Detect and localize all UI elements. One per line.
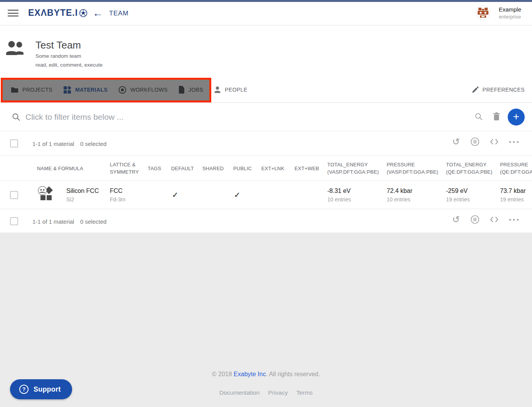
tab-label: PROJECTS — [22, 87, 52, 93]
brand-text: EXΛBYTE.I — [28, 8, 78, 18]
tab-label: MATERIALS — [75, 87, 108, 93]
file-icon — [178, 86, 185, 94]
help-icon: ? — [19, 385, 29, 394]
tab-label: PEOPLE — [225, 87, 247, 93]
select-all-checkbox[interactable] — [10, 217, 18, 225]
filter-bar: + — [0, 103, 532, 131]
team-people-icon — [5, 41, 27, 58]
pause-icon[interactable] — [470, 137, 480, 146]
account-avatar — [476, 5, 490, 20]
property-entries: 10 entries — [387, 196, 446, 203]
footer: © 2018 Exabyte Inc. All rights reserved.… — [0, 233, 532, 407]
property-entries: 10 entries — [327, 196, 387, 203]
filter-input[interactable] — [25, 110, 411, 124]
pause-icon[interactable] — [470, 215, 480, 224]
materials-active-underline — [58, 100, 113, 102]
property-value: -8.31 eV — [327, 188, 387, 194]
material-formula: Si2 — [66, 196, 99, 203]
footer-links: Documentation Privacy Terms — [0, 389, 532, 396]
back-icon[interactable]: ← — [93, 6, 103, 20]
selection-count: 0 selected — [80, 218, 106, 225]
column-header-pressure-qe[interactable]: PRESSURE(QE:DFT:GGA:PBE) — [500, 161, 532, 176]
footer-link-privacy[interactable]: Privacy — [268, 389, 288, 396]
search-button[interactable] — [475, 112, 483, 121]
column-header-total-energy-qe[interactable]: TOTAL_ENERGY(QE:DFT:GGA:PBE) — [446, 161, 500, 176]
preferences-label: PREFERENCES — [483, 87, 525, 93]
preferences-button[interactable]: PREFERENCES — [472, 77, 525, 102]
tab-bar: PROJECTS MATERIALS — [0, 77, 532, 103]
column-header-total-energy-vasp[interactable]: TOTAL_ENERGY(VASP.DFT:GGA:PBE) — [327, 161, 387, 176]
column-header-pressure-vasp[interactable]: PRESSURE(VASP.DFT:GGA:PBE) — [387, 161, 446, 176]
add-button[interactable]: + — [508, 109, 525, 126]
tab-jobs[interactable]: JOBS — [173, 77, 209, 102]
lattice-type: FCC — [110, 188, 148, 194]
app-bar: EXΛBYTE.I ← TEAM — [0, 2, 532, 25]
person-icon — [214, 86, 221, 93]
material-name: Silicon FCC — [66, 188, 99, 194]
refresh-icon[interactable]: ↺ — [452, 215, 460, 224]
more-icon[interactable]: ••• — [509, 139, 520, 145]
more-icon[interactable]: ••• — [509, 216, 520, 223]
symmetry-group: Fd-3m — [110, 196, 148, 203]
property-value: 73.7 kbar — [500, 188, 532, 194]
code-icon[interactable] — [490, 139, 498, 145]
account-name: Example — [499, 6, 521, 13]
column-header-ext-lnk[interactable]: EXT+LNK — [261, 165, 295, 172]
team-name: Test Team — [35, 39, 81, 51]
widgets-icon — [63, 86, 71, 94]
delete-button[interactable] — [493, 112, 500, 121]
account-type: enterprise — [499, 14, 521, 20]
property-entries: 19 entries — [500, 196, 532, 203]
column-header-ext-web[interactable]: EXT+WEB — [295, 165, 327, 172]
tab-people[interactable]: PEOPLE — [209, 77, 253, 102]
column-header-name[interactable]: NAME & FORMULA — [34, 165, 110, 172]
tab-projects[interactable]: PROJECTS — [5, 77, 58, 102]
code-icon[interactable] — [490, 216, 498, 223]
pagination-range: 1-1 of 1 material — [32, 218, 74, 225]
tab-workflows[interactable]: WORKFLOWS — [113, 77, 173, 102]
pencil-icon — [472, 86, 479, 93]
footer-link-terms[interactable]: Terms — [296, 389, 313, 396]
workflow-icon — [118, 86, 126, 94]
team-page: EXΛBYTE.I ← TEAM — [0, 0, 532, 407]
folder-icon — [11, 87, 19, 93]
property-value: 72.4 kbar — [387, 188, 446, 194]
account-menu[interactable]: Example enterprise — [476, 5, 521, 20]
search-icon — [475, 112, 483, 121]
pagination-bar-top: 1-1 of 1 material 0 selected ↺ ••• — [0, 131, 532, 156]
hamburger-menu-icon[interactable] — [8, 10, 19, 17]
column-header-lattice[interactable]: LATTICE &SYMMETRY — [110, 161, 148, 176]
select-all-checkbox[interactable] — [10, 139, 18, 147]
trash-icon — [493, 112, 500, 121]
footer-link-documentation[interactable]: Documentation — [219, 389, 259, 396]
tab-label: JOBS — [189, 87, 203, 93]
logo-ball-icon — [79, 9, 88, 17]
copyright: © 2018 Exabyte Inc. All rights reserved. — [0, 371, 532, 378]
support-label: Support — [34, 385, 61, 394]
column-header-default[interactable]: DEFAULT — [171, 165, 202, 172]
tab-label: WORKFLOWS — [130, 87, 168, 93]
tab-materials[interactable]: MATERIALS — [58, 77, 113, 102]
table-row[interactable]: Silicon FCC Si2 FCC Fd-3m ✓ ✓ -8.31 eV 1… — [0, 181, 532, 209]
team-header: Test Team Some random team read, edit, c… — [0, 25, 532, 77]
pagination-range: 1-1 of 1 material — [32, 141, 74, 147]
table-header: NAME & FORMULA LATTICE &SYMMETRY TAGS DE… — [0, 156, 532, 181]
property-entries: 19 entries — [446, 196, 500, 203]
refresh-icon[interactable]: ↺ — [452, 137, 460, 146]
column-header-shared[interactable]: SHARED — [202, 165, 233, 172]
selection-count: 0 selected — [80, 141, 106, 147]
pagination-bar-bottom: 1-1 of 1 material 0 selected ↺ ••• — [0, 209, 532, 233]
default-check-icon: ✓ — [171, 190, 202, 199]
support-button[interactable]: ? Support — [10, 379, 72, 399]
public-check-icon: ✓ — [233, 190, 261, 199]
search-icon — [12, 113, 20, 121]
team-permissions: read, edit, comment, execute — [35, 62, 103, 68]
material-icon — [37, 186, 56, 204]
company-link[interactable]: Exabyte Inc — [234, 371, 266, 377]
column-header-public[interactable]: PUBLIC — [233, 165, 261, 172]
row-checkbox[interactable] — [10, 191, 18, 199]
column-header-tags[interactable]: TAGS — [148, 165, 171, 172]
brand-logo[interactable]: EXΛBYTE.I — [28, 8, 88, 18]
plus-icon: + — [513, 111, 519, 122]
team-description: Some random team — [35, 53, 81, 59]
